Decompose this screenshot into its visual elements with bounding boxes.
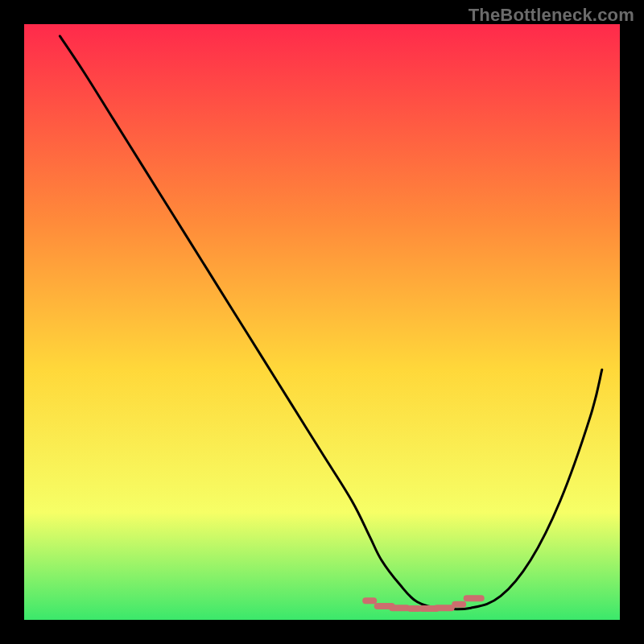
- svg-rect-0: [24, 24, 620, 620]
- watermark-text: TheBottleneck.com: [469, 5, 634, 26]
- plot-area: [24, 24, 620, 620]
- bottleneck-chart: [0, 0, 644, 644]
- chart-container: TheBottleneck.com: [0, 0, 644, 644]
